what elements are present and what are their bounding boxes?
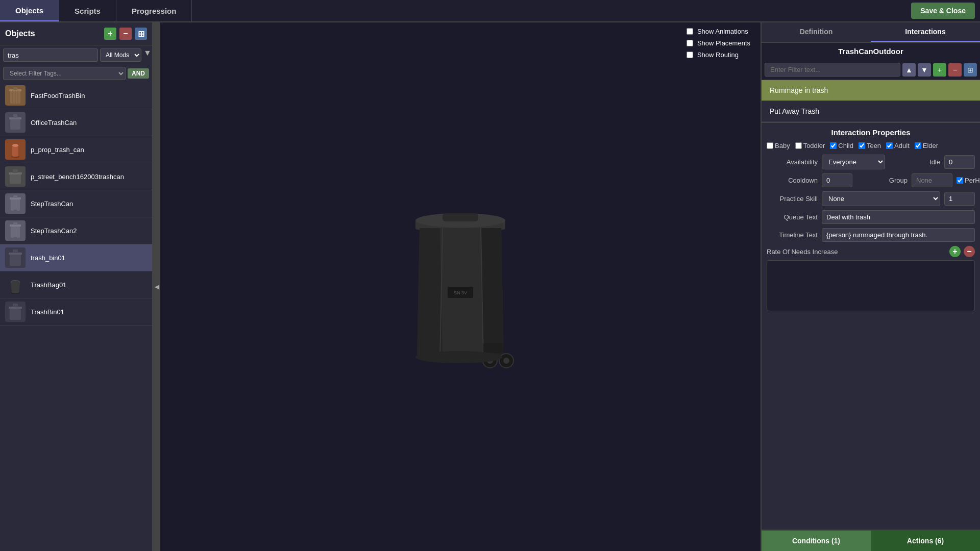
svg-text:SN 3V: SN 3V [454, 290, 467, 295]
scroll-handle[interactable]: ◀ [153, 22, 160, 551]
timeline-text-label: Timeline Text [767, 231, 818, 239]
tab-scripts[interactable]: Scripts [59, 0, 116, 21]
interaction-rummage[interactable]: Rummage in trash [762, 80, 980, 101]
center-viewport: Show Animations Show Placements Show Rou… [160, 22, 761, 551]
object-name: TrashBin01 [31, 308, 64, 316]
trash-can-model: SN 3V [404, 200, 517, 373]
remove-needs-button[interactable]: − [964, 246, 975, 257]
definition-tab[interactable]: Definition [762, 22, 871, 42]
svg-rect-15 [11, 198, 20, 211]
show-animations-checkbox[interactable]: Show Animations [687, 28, 750, 35]
age-child[interactable]: Child [830, 142, 853, 149]
search-filter-row: All Mods ▼ [0, 45, 152, 65]
rate-needs-title: Rate Of Needs Increase [767, 248, 946, 256]
svg-rect-36 [483, 343, 504, 353]
availability-select[interactable]: Everyone [822, 155, 885, 169]
svg-rect-19 [11, 226, 20, 238]
grid-view-button[interactable]: ⊞ [135, 28, 147, 40]
practice-skill-label: Practice Skill [767, 195, 818, 203]
mod-filter-arrow[interactable]: ▼ [143, 48, 152, 62]
svg-rect-29 [13, 304, 18, 307]
age-adult[interactable]: Adult [886, 142, 910, 149]
svg-rect-12 [10, 173, 21, 184]
svg-rect-5 [13, 87, 17, 90]
show-placements-checkbox[interactable]: Show Placements [687, 39, 750, 47]
age-teen[interactable]: Teen [859, 142, 881, 149]
list-item[interactable]: p_prop_trash_can [0, 136, 152, 163]
list-item[interactable]: TrashBin01 [0, 298, 152, 325]
conditions-button[interactable]: Conditions (1) [762, 531, 871, 551]
practice-skill-row: Practice Skill None [767, 191, 975, 206]
age-toddler[interactable]: Toddler [795, 142, 825, 149]
remove-object-button[interactable]: − [119, 28, 132, 40]
filter-add-button[interactable]: + [933, 63, 946, 77]
svg-rect-8 [13, 114, 17, 118]
cooldown-row: Cooldown Group PerHuman [767, 173, 975, 187]
list-item[interactable]: TrashBag01 [0, 271, 152, 298]
object-name: StepTrashCan2 [31, 227, 77, 235]
interactions-tab[interactable]: Interactions [871, 22, 980, 42]
tag-filter-select[interactable]: Select Filter Tags... [3, 67, 126, 80]
object-name: p_prop_trash_can [31, 146, 84, 154]
group-label: Group [856, 177, 908, 184]
viewport-controls: Show Animations Show Placements Show Rou… [687, 28, 750, 59]
object-name: p_street_bench162003trashcan [31, 173, 124, 181]
objects-panel-title: Objects [5, 29, 101, 38]
svg-point-11 [12, 144, 18, 147]
practice-skill-value[interactable] [944, 192, 975, 206]
svg-rect-33 [443, 213, 478, 221]
object-name: StepTrashCan [31, 200, 73, 208]
queue-text-input[interactable] [822, 210, 975, 224]
idle-input[interactable] [944, 155, 975, 169]
and-badge: AND [128, 68, 149, 79]
object-icon [5, 193, 26, 214]
list-item[interactable]: OfficeTrashCan [0, 109, 152, 136]
search-input[interactable] [3, 48, 98, 62]
main-layout: Objects + − ⊞ All Mods ▼ Select Filter T… [0, 22, 980, 551]
add-object-button[interactable]: + [104, 28, 116, 40]
filter-down-button[interactable]: ▼ [918, 63, 931, 77]
bottom-buttons: Conditions (1) Actions (6) [762, 530, 980, 551]
object-icon [5, 85, 26, 106]
rate-needs-header: Rate Of Needs Increase + − [767, 246, 975, 257]
per-human-checkbox[interactable]: PerHuman [957, 177, 980, 184]
list-item[interactable]: StepTrashCan [0, 190, 152, 217]
age-checkboxes: Baby Toddler Child Teen Adult [767, 142, 975, 149]
cooldown-label: Cooldown [767, 177, 818, 184]
object-icon [5, 139, 26, 160]
filter-remove-button[interactable]: − [948, 63, 962, 77]
show-routing-checkbox[interactable]: Show Routing [687, 51, 750, 59]
right-panel: Definition Interactions TrashCanOutdoor … [761, 22, 980, 551]
object-icon [5, 112, 26, 133]
list-item[interactable]: FastFoodTrashBin [0, 82, 152, 109]
svg-rect-21 [13, 222, 17, 225]
svg-rect-6 [10, 118, 20, 130]
timeline-text-input[interactable] [822, 228, 975, 242]
filter-extra-button[interactable]: ⊞ [964, 63, 977, 77]
trash-can-display: SN 3V [160, 22, 761, 551]
interaction-putaway[interactable]: Put Away Trash [762, 101, 980, 122]
add-needs-button[interactable]: + [949, 246, 961, 257]
age-baby[interactable]: Baby [767, 142, 790, 149]
list-item[interactable]: StepTrashCan2 [0, 217, 152, 244]
actions-button[interactable]: Actions (6) [871, 531, 980, 551]
group-input[interactable] [912, 173, 952, 187]
practice-skill-select[interactable]: None [822, 191, 940, 206]
svg-rect-22 [14, 237, 17, 239]
filter-up-button[interactable]: ▲ [902, 63, 916, 77]
object-list: FastFoodTrashBin OfficeTrashCan [0, 82, 152, 551]
age-elder[interactable]: Elder [915, 142, 938, 149]
top-bar: Objects Scripts Progression Save & Close [0, 0, 980, 22]
list-item-selected[interactable]: trash_bin01 [0, 244, 152, 271]
mod-filter-select[interactable]: All Mods [100, 48, 141, 62]
tab-progression[interactable]: Progression [116, 0, 192, 21]
right-panel-tabs: Definition Interactions [762, 22, 980, 43]
interaction-properties: Interaction Properties Baby Toddler Chil… [762, 122, 980, 530]
cooldown-input[interactable] [822, 173, 852, 187]
queue-text-label: Queue Text [767, 213, 818, 221]
tab-objects[interactable]: Objects [0, 0, 59, 21]
filter-input[interactable] [765, 63, 900, 77]
save-close-button[interactable]: Save & Close [911, 3, 975, 19]
list-item[interactable]: p_street_bench162003trashcan [0, 163, 152, 190]
svg-rect-23 [10, 254, 21, 266]
